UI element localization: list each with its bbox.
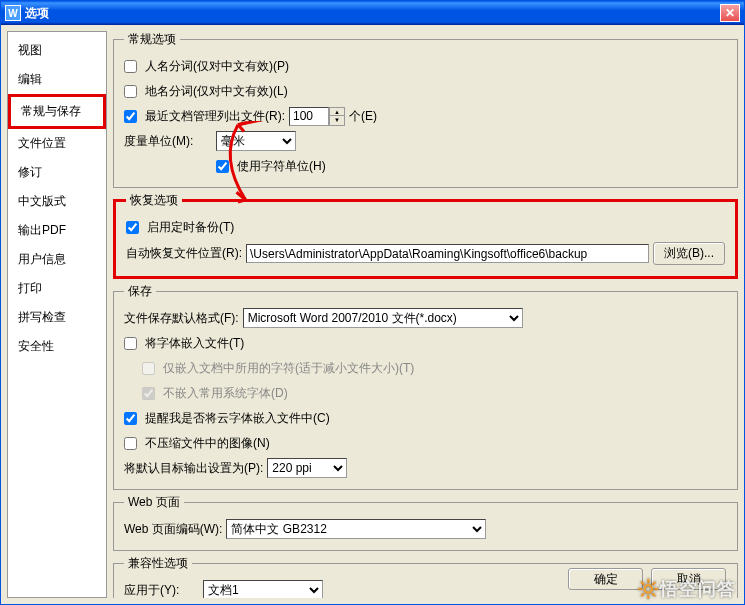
default-format-label: 文件保存默认格式(F): [124, 310, 239, 327]
cloud-font-label: 提醒我是否将云字体嵌入文件中(C) [145, 410, 330, 427]
main-panel: 常规选项 人名分词(仅对中文有效)(P) 地名分词(仅对中文有效)(L) 最近文… [113, 31, 738, 598]
general-options-group: 常规选项 人名分词(仅对中文有效)(P) 地名分词(仅对中文有效)(L) 最近文… [113, 31, 738, 188]
sidebar-item-file-location[interactable]: 文件位置 [8, 129, 106, 158]
web-encoding-select[interactable]: 简体中文 GB2312 [226, 519, 486, 539]
cancel-button[interactable]: 取消 [651, 568, 726, 590]
recent-files-label: 最近文档管理列出文件(R): [145, 108, 285, 125]
embed-font-label: 将字体嵌入文件(T) [145, 335, 244, 352]
save-options-group: 保存 文件保存默认格式(F): Microsoft Word 2007/2010… [113, 283, 738, 490]
sidebar-item-chinese-layout[interactable]: 中文版式 [8, 187, 106, 216]
compat-legend: 兼容性选项 [124, 555, 192, 572]
default-format-select[interactable]: Microsoft Word 2007/2010 文件(*.docx) [243, 308, 523, 328]
recent-files-spinner[interactable]: ▲▼ [329, 107, 345, 126]
web-encoding-label: Web 页面编码(W): [124, 521, 222, 538]
no-compress-label: 不压缩文件中的图像(N) [145, 435, 270, 452]
no-sys-font-label: 不嵌入常用系统字体(D) [163, 385, 288, 402]
measure-label: 度量单位(M): [124, 133, 212, 150]
sidebar-item-edit[interactable]: 编辑 [8, 65, 106, 94]
name-split-checkbox[interactable] [124, 60, 137, 73]
recovery-options-group: 恢复选项 启用定时备份(T) 自动恢复文件位置(R): 浏览(B)... [113, 192, 738, 279]
recent-files-checkbox[interactable] [124, 110, 137, 123]
recovery-legend: 恢复选项 [126, 192, 182, 209]
sidebar-item-revision[interactable]: 修订 [8, 158, 106, 187]
name-split-label: 人名分词(仅对中文有效)(P) [145, 58, 289, 75]
window-title: 选项 [25, 5, 720, 22]
embed-font-checkbox[interactable] [124, 337, 137, 350]
sidebar-item-security[interactable]: 安全性 [8, 332, 106, 361]
sidebar-item-general-save[interactable]: 常规与保存 [8, 94, 106, 129]
apply-to-label: 应用于(Y): [124, 582, 199, 599]
sidebar-item-view[interactable]: 视图 [8, 36, 106, 65]
ok-button[interactable]: 确定 [568, 568, 643, 590]
sidebar-item-user-info[interactable]: 用户信息 [8, 245, 106, 274]
general-legend: 常规选项 [124, 31, 180, 48]
dialog-footer: 确定 取消 [568, 568, 726, 590]
options-dialog: W 选项 ✕ 视图 编辑 常规与保存 文件位置 修订 中文版式 输出PDF 用户… [0, 0, 745, 605]
cloud-font-checkbox[interactable] [124, 412, 137, 425]
no-sys-font-checkbox [142, 387, 155, 400]
measure-select[interactable]: 毫米 [216, 131, 296, 151]
web-legend: Web 页面 [124, 494, 184, 511]
titlebar: W 选项 ✕ [1, 1, 744, 25]
char-unit-label: 使用字符单位(H) [237, 158, 326, 175]
enable-backup-label: 启用定时备份(T) [147, 219, 234, 236]
char-unit-checkbox[interactable] [216, 160, 229, 173]
save-legend: 保存 [124, 283, 156, 300]
recent-files-input[interactable] [289, 107, 329, 126]
sidebar: 视图 编辑 常规与保存 文件位置 修订 中文版式 输出PDF 用户信息 打印 拼… [7, 31, 107, 598]
recent-files-unit: 个(E) [349, 108, 377, 125]
embed-used-checkbox [142, 362, 155, 375]
embed-used-label: 仅嵌入文档中所用的字符(适于减小文件大小)(T) [163, 360, 414, 377]
close-button[interactable]: ✕ [720, 4, 740, 22]
ppi-select[interactable]: 220 ppi [267, 458, 347, 478]
apply-to-select[interactable]: 文档1 [203, 580, 323, 598]
web-group: Web 页面 Web 页面编码(W): 简体中文 GB2312 [113, 494, 738, 551]
sidebar-item-output-pdf[interactable]: 输出PDF [8, 216, 106, 245]
enable-backup-checkbox[interactable] [126, 221, 139, 234]
default-output-label: 将默认目标输出设置为(P): [124, 460, 263, 477]
place-split-label: 地名分词(仅对中文有效)(L) [145, 83, 288, 100]
no-compress-checkbox[interactable] [124, 437, 137, 450]
sidebar-item-print[interactable]: 打印 [8, 274, 106, 303]
recover-path-input[interactable] [246, 244, 649, 263]
sidebar-item-spell-check[interactable]: 拼写检查 [8, 303, 106, 332]
place-split-checkbox[interactable] [124, 85, 137, 98]
browse-button[interactable]: 浏览(B)... [653, 242, 725, 265]
auto-recover-label: 自动恢复文件位置(R): [126, 245, 242, 262]
app-icon: W [5, 5, 21, 21]
